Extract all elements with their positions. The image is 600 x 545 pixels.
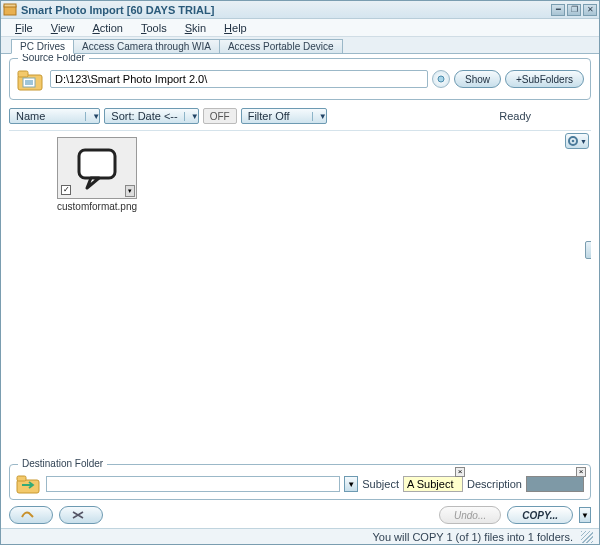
svg-rect-3 <box>18 71 28 77</box>
svg-rect-1 <box>4 4 16 7</box>
menu-file[interactable]: File <box>7 21 41 35</box>
thumbnail-image-icon <box>73 146 121 190</box>
source-folder-group: Source Folder Show +SubFolders <box>9 58 591 100</box>
menu-action[interactable]: Action <box>84 21 131 35</box>
name-combo-label: Name <box>10 110 51 122</box>
sort-off-chip[interactable]: OFF <box>203 108 237 124</box>
settings-button[interactable] <box>9 506 53 524</box>
content-area: Source Folder Show +SubFolders Name ▼ <box>1 54 599 528</box>
undo-button[interactable]: Undo... <box>439 506 501 524</box>
tab-access-portable[interactable]: Access Portable Device <box>219 39 343 53</box>
chevron-down-icon: ▼ <box>312 112 326 121</box>
sort-combo[interactable]: Sort: Date <-- ▼ <box>104 108 198 124</box>
description-input[interactable] <box>526 476 584 492</box>
show-button[interactable]: Show <box>454 70 501 88</box>
minimize-button[interactable]: ━ <box>551 4 565 16</box>
name-combo[interactable]: Name ▼ <box>9 108 100 124</box>
window-buttons: ━ ❐ ✕ <box>551 4 597 16</box>
thumbnail-item[interactable]: ✓ ▾ customformat.png <box>57 137 137 212</box>
destination-folder-group: Destination Folder ▼ Subject × Descripti… <box>9 464 591 500</box>
svg-rect-11 <box>17 476 26 481</box>
destination-path-dropdown[interactable]: ▼ <box>344 476 358 492</box>
filter-combo[interactable]: Filter Off ▼ <box>241 108 327 124</box>
maximize-button[interactable]: ❐ <box>567 4 581 16</box>
svg-rect-10 <box>17 480 39 493</box>
thumbnail-menu-arrow[interactable]: ▾ <box>125 185 135 197</box>
description-label: Description <box>467 478 522 490</box>
destination-folder-legend: Destination Folder <box>18 458 107 469</box>
app-icon <box>3 3 17 17</box>
menu-bar: File View Action Tools Skin Help <box>1 19 599 37</box>
subfolders-button[interactable]: +SubFolders <box>505 70 584 88</box>
sort-combo-label: Sort: Date <-- <box>105 110 183 122</box>
destination-path-input[interactable] <box>46 476 340 492</box>
close-button[interactable]: ✕ <box>583 4 597 16</box>
status-bar: You will COPY 1 (of 1) files into 1 fold… <box>1 528 599 544</box>
browse-source-button[interactable] <box>432 70 450 88</box>
clear-description-button[interactable]: × <box>576 467 586 477</box>
browse-icon <box>436 74 446 84</box>
svg-rect-5 <box>25 80 33 85</box>
status-ready: Ready <box>499 110 531 122</box>
svg-point-6 <box>438 76 444 82</box>
wrench-icon <box>20 509 36 521</box>
app-window: Smart Photo Import [60 DAYS TRIAL] ━ ❐ ✕… <box>0 0 600 545</box>
menu-skin[interactable]: Skin <box>177 21 214 35</box>
title-bar: Smart Photo Import [60 DAYS TRIAL] ━ ❐ ✕ <box>1 1 599 19</box>
view-options-button[interactable]: ▼ <box>565 133 589 149</box>
tools-button[interactable] <box>59 506 103 524</box>
thumbnail-frame: ✓ ▾ <box>57 137 137 199</box>
copy-menu-arrow[interactable]: ▼ <box>579 507 591 523</box>
source-path-input[interactable] <box>50 70 428 88</box>
subject-label: Subject <box>362 478 399 490</box>
svg-point-8 <box>572 140 575 143</box>
chevron-down-icon: ▼ <box>580 138 587 145</box>
clear-subject-button[interactable]: × <box>455 467 465 477</box>
destination-folder-icon <box>16 473 42 495</box>
thumbnail-filename: customformat.png <box>57 201 137 212</box>
thumbnail-pane: ▼ ✓ ▾ customformat.png <box>9 130 591 464</box>
status-message: You will COPY 1 (of 1) files into 1 fold… <box>372 531 573 543</box>
source-folder-icon <box>16 65 46 93</box>
window-title: Smart Photo Import [60 DAYS TRIAL] <box>21 4 551 16</box>
filter-bar: Name ▼ Sort: Date <-- ▼ OFF Filter Off ▼… <box>9 106 591 126</box>
tab-access-wia[interactable]: Access Camera through WIA <box>73 39 220 53</box>
svg-rect-9 <box>79 150 115 178</box>
menu-help[interactable]: Help <box>216 21 255 35</box>
filter-combo-label: Filter Off <box>242 110 296 122</box>
chevron-down-icon: ▼ <box>85 112 99 121</box>
thumbnail-size-slider[interactable] <box>585 241 591 259</box>
bottom-toolbar: Undo... COPY... ▼ <box>9 504 591 526</box>
tab-bar: PC Drives Access Camera through WIA Acce… <box>1 37 599 54</box>
thumbnail-checkbox[interactable]: ✓ <box>61 185 71 195</box>
source-folder-legend: Source Folder <box>18 54 89 63</box>
subject-input[interactable] <box>403 476 463 492</box>
chevron-down-icon: ▼ <box>184 112 198 121</box>
copy-button[interactable]: COPY... <box>507 506 573 524</box>
tab-pc-drives[interactable]: PC Drives <box>11 39 74 54</box>
gear-icon <box>567 135 579 147</box>
resize-grip[interactable] <box>581 531 593 543</box>
menu-tools[interactable]: Tools <box>133 21 175 35</box>
menu-view[interactable]: View <box>43 21 83 35</box>
tools-icon <box>70 509 86 521</box>
